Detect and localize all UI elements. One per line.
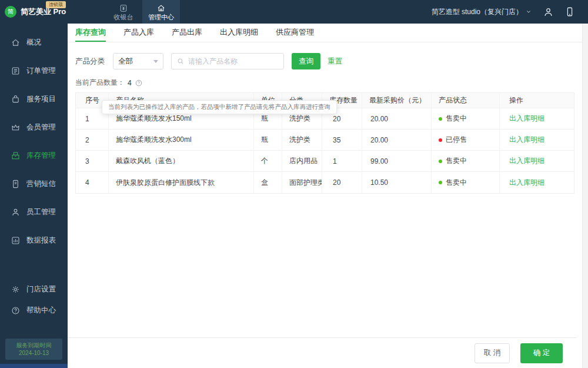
header-action: 操作 <box>500 93 574 108</box>
mobile-device-icon[interactable] <box>564 6 575 17</box>
sms-phone-icon <box>11 179 21 189</box>
status-text: 售卖中 <box>446 156 467 166</box>
footer-action-bar: 取 消 确 定 <box>68 337 576 368</box>
sidebar-item-label: 订单管理 <box>26 66 56 76</box>
cell-action: 出入库明细 <box>500 151 574 171</box>
product-count-row: 当前产品数量： 4 <box>75 78 582 88</box>
store-switcher[interactable]: 简艺造型 studio（复兴门店） <box>432 7 532 17</box>
header-status: 产品状态 <box>432 93 500 108</box>
sidebar-item-label: 服务项目 <box>26 94 56 104</box>
brand-badge: 连锁版 <box>46 1 66 8</box>
inout-detail-link[interactable]: 出入库明细 <box>509 135 544 145</box>
cell-unit: 瓶 <box>254 130 282 150</box>
sidebar-item-label: 概况 <box>26 38 41 48</box>
sidebar-item-label: 门店设置 <box>26 284 56 294</box>
top-bar-right: 简艺造型 studio（复兴门店） <box>432 6 588 18</box>
cell-category: 面部护理类 <box>282 172 322 193</box>
brand: 简 简艺美业 Pro 连锁版 <box>0 0 88 24</box>
sidebar-item-label: 库存管理 <box>26 151 56 161</box>
sidebar-item-members[interactable]: 会员管理 <box>0 113 68 141</box>
status-dot <box>439 181 442 184</box>
category-select[interactable]: 全部 <box>113 53 163 69</box>
cell-price: 20.00 <box>362 130 432 150</box>
cell-action: 出入库明细 <box>500 108 574 129</box>
table-row: 4 伊肤泉胶原蛋白修护面膜线下款 盒 面部护理类 20 10.50 售卖中 出入… <box>76 172 574 193</box>
sidebar-item-overview[interactable]: 概况 <box>0 28 68 57</box>
vertical-scrollbar[interactable] <box>582 24 588 368</box>
cell-category: 洗护类 <box>282 130 322 150</box>
cell-status: 售卖中 <box>432 172 500 193</box>
cell-stock: 35 <box>322 130 362 150</box>
top-tab-cashier-label: 收银台 <box>114 14 133 21</box>
tab-supplier-management[interactable]: 供应商管理 <box>276 24 314 42</box>
cell-stock: 1 <box>322 151 362 171</box>
tab-inout-detail[interactable]: 出入库明细 <box>220 24 258 42</box>
cell-status: 售卖中 <box>432 108 500 129</box>
sidebar-item-reports[interactable]: 数据报表 <box>0 226 68 254</box>
cell-stock: 20 <box>322 172 362 193</box>
cell-status: 售卖中 <box>432 151 500 171</box>
status-text: 已停售 <box>446 135 467 145</box>
sidebar-item-staff[interactable]: 员工管理 <box>0 198 68 226</box>
cell-product-name: 戴森吹风机（蓝色） <box>109 151 254 171</box>
inout-detail-link[interactable]: 出入库明细 <box>509 156 544 166</box>
service-expiry-box: 服务到期时间 2024-10-13 <box>5 339 62 360</box>
person-icon <box>11 207 21 217</box>
header-latest-price: 最新采购价（元） <box>362 93 432 108</box>
top-tab-admin-center-label: 管理中心 <box>148 14 174 21</box>
service-expiry-date: 2024-10-13 <box>6 349 61 357</box>
status-dot <box>439 117 442 121</box>
brand-logo-icon: 简 <box>5 6 16 18</box>
sidebar-item-orders[interactable]: 订单管理 <box>0 57 68 85</box>
crown-icon <box>11 122 21 132</box>
tab-product-inbound[interactable]: 产品入库 <box>123 24 154 42</box>
main-area: 库存查询 产品入库 产品出库 出入库明细 供应商管理 产品分类 全部 <box>68 24 588 368</box>
tab-product-outbound[interactable]: 产品出库 <box>172 24 202 42</box>
cell-price: 99.00 <box>362 151 432 171</box>
cashier-icon <box>119 4 128 13</box>
category-filter-label: 产品分类 <box>75 57 105 67</box>
table-row: 3 戴森吹风机（蓝色） 个 店内用品 1 99.00 售卖中 出入库明细 <box>76 151 574 172</box>
sidebar-menu: 概况 订单管理 服务项目 <box>0 24 68 254</box>
sidebar-item-store-settings[interactable]: 门店设置 <box>0 279 68 300</box>
top-tab-admin-center[interactable]: 管理中心 <box>142 0 180 24</box>
count-help-icon[interactable] <box>135 79 143 87</box>
select-caret-icon <box>153 60 158 63</box>
content-card: 库存查询 产品入库 产品出库 出入库明细 供应商管理 产品分类 全部 <box>68 24 582 368</box>
order-list-icon <box>11 66 21 76</box>
sidebar-item-services[interactable]: 服务项目 <box>0 85 68 113</box>
chevron-down-icon <box>525 8 532 15</box>
cell-action: 出入库明细 <box>500 130 574 150</box>
reset-link[interactable]: 重置 <box>328 57 342 67</box>
home-icon <box>11 38 21 48</box>
inventory-tabs: 库存查询 产品入库 产品出库 出入库明细 供应商管理 <box>68 24 582 42</box>
sidebar-item-sms-marketing[interactable]: 营销短信 <box>0 170 68 198</box>
service-expiry-label: 服务到期时间 <box>6 342 61 349</box>
query-button[interactable]: 查询 <box>292 53 320 69</box>
product-search-box[interactable] <box>171 53 284 69</box>
product-search-input[interactable] <box>188 57 276 65</box>
cell-no: 3 <box>76 151 109 171</box>
inout-detail-link[interactable]: 出入库明细 <box>509 114 544 124</box>
sidebar-item-inventory[interactable]: 库存管理 <box>0 141 68 170</box>
product-count-value: 4 <box>128 79 132 87</box>
cell-category: 店内用品 <box>282 151 322 171</box>
confirm-button[interactable]: 确 定 <box>520 343 563 363</box>
top-tab-cashier[interactable]: 收银台 <box>105 0 142 24</box>
top-nav: 收银台 管理中心 <box>105 0 180 24</box>
cancel-button[interactable]: 取 消 <box>475 343 510 363</box>
user-account-icon[interactable] <box>543 6 554 18</box>
status-dot <box>439 138 442 142</box>
cell-unit: 盒 <box>254 172 282 193</box>
tab-inventory-query[interactable]: 库存查询 <box>75 24 106 42</box>
store-name: 简艺造型 studio（复兴门店） <box>432 7 523 17</box>
cell-status: 已停售 <box>432 130 500 150</box>
cell-no: 4 <box>76 172 109 193</box>
sidebar-item-help-center[interactable]: 帮助中心 <box>0 300 68 321</box>
filter-row: 产品分类 全部 查询 重置 当前列表为已操作过入库的产品，若品项中新增了产品请先… <box>75 53 582 69</box>
sidebar-item-label: 帮助中心 <box>26 306 56 316</box>
sidebar-item-label: 员工管理 <box>26 207 56 217</box>
status-text: 售卖中 <box>446 178 467 188</box>
inout-detail-link[interactable]: 出入库明细 <box>509 178 544 188</box>
admin-center-icon <box>156 4 166 13</box>
